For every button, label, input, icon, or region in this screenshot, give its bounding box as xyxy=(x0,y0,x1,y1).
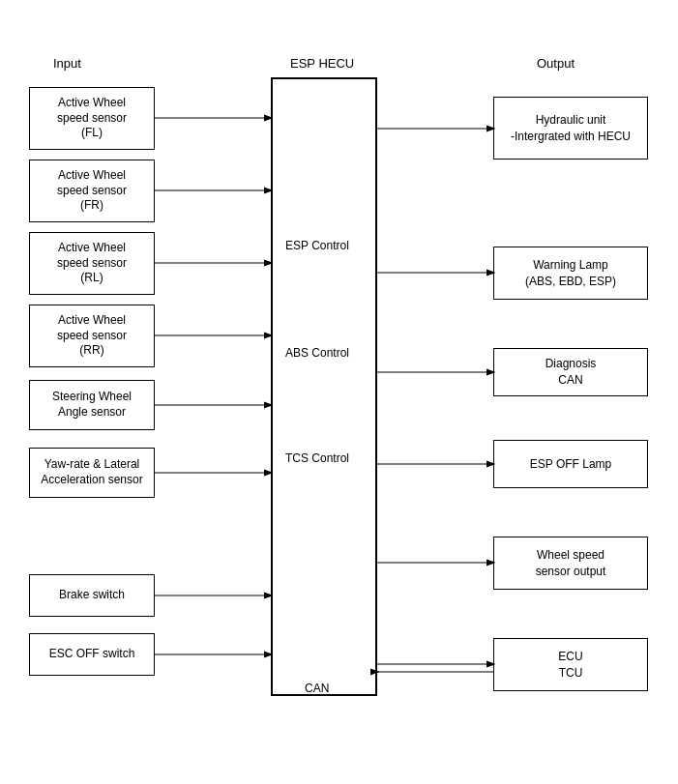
diagram-container: Input ESP HECU Output xyxy=(0,0,678,784)
input-box-ws-fl: Active Wheelspeed sensor(FL) xyxy=(29,87,155,150)
hecu-label-tcs-control: TCS Control xyxy=(285,451,349,465)
output-box-wheel-speed-out: Wheel speedsensor output xyxy=(493,537,648,590)
output-box-warning-lamp: Warning Lamp(ABS, EBD, ESP) xyxy=(493,247,648,300)
input-box-brake: Brake switch xyxy=(29,574,155,617)
hecu-label-can-label: CAN xyxy=(305,682,329,695)
input-box-esc: ESC OFF switch xyxy=(29,633,155,676)
output-header: Output xyxy=(537,56,575,71)
input-header: Input xyxy=(53,56,81,71)
hecu-box xyxy=(271,77,377,696)
hecu-header: ESP HECU xyxy=(290,56,354,71)
input-box-ws-fr: Active Wheelspeed sensor(FR) xyxy=(29,160,155,222)
hecu-label-abs-control: ABS Control xyxy=(285,346,349,360)
input-box-yaw: Yaw-rate & LateralAcceleration sensor xyxy=(29,448,155,498)
hecu-label-esp-control: ESP Control xyxy=(285,239,349,252)
output-box-diagnosis: DiagnosisCAN xyxy=(493,348,648,396)
input-box-steering: Steering WheelAngle sensor xyxy=(29,380,155,430)
output-box-hydraulic: Hydraulic unit-Intergrated with HECU xyxy=(493,97,648,160)
input-box-ws-rl: Active Wheelspeed sensor(RL) xyxy=(29,232,155,295)
input-box-ws-rr: Active Wheelspeed sensor(RR) xyxy=(29,305,155,367)
output-box-ecu-tcu: ECUTCU xyxy=(493,638,648,691)
output-box-esp-off-lamp: ESP OFF Lamp xyxy=(493,440,648,488)
